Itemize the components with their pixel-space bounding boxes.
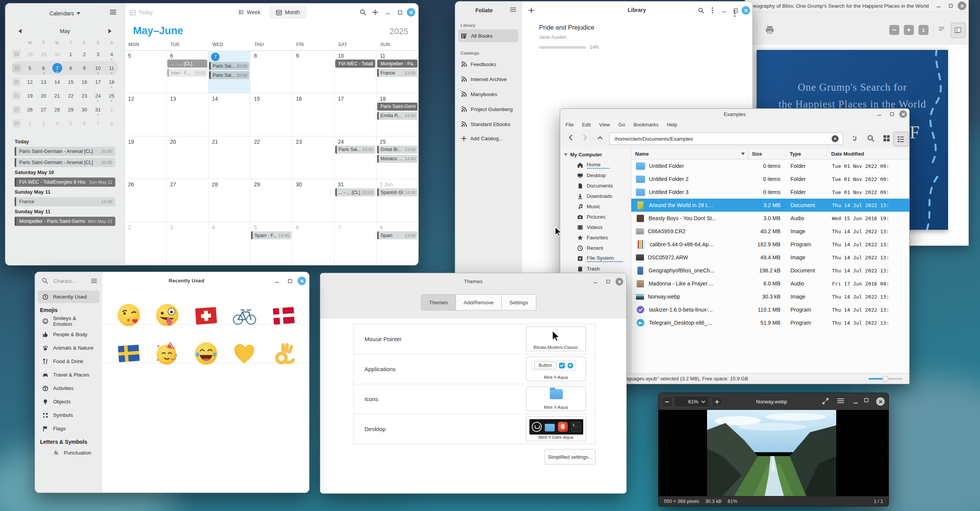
close-icon[interactable] [876, 397, 885, 406]
minimize-icon[interactable] [719, 5, 729, 15]
calendar-day-cell[interactable]: 13 [166, 93, 208, 136]
mini-day[interactable]: 12 [23, 75, 37, 89]
calendar-event[interactable]: Paris Sai... 20:00 [335, 146, 375, 154]
sidebar-place-item[interactable]: Downloads [560, 191, 631, 201]
mini-day[interactable]: 28 [23, 47, 37, 61]
mini-day[interactable]: 2 [23, 116, 37, 130]
mini-day[interactable]: 4 [50, 116, 64, 130]
file-row[interactable]: GeographyofBliss_oneCh... 198.2 kB Docum… [631, 264, 909, 277]
minimize-icon[interactable] [590, 277, 601, 287]
calendars-dropdown[interactable]: Calendars [50, 10, 81, 17]
maximize-icon[interactable] [864, 398, 869, 402]
mini-day[interactable]: 28 [50, 103, 64, 116]
mini-day[interactable]: 13 [37, 75, 50, 89]
file-row[interactable]: Beasty Boys - You Dont St... 3.0 MB Audi… [631, 212, 909, 225]
zoom-out-icon[interactable] [662, 397, 672, 407]
zoom-in-icon[interactable] [712, 397, 722, 407]
list-view-icon[interactable] [893, 132, 908, 146]
mini-day[interactable]: 19 [23, 89, 37, 103]
mini-day[interactable]: 15 [64, 75, 77, 89]
calendar-event[interactable]: ... - ... [CL] 20:00 [335, 188, 375, 196]
forward-icon[interactable] [583, 134, 587, 141]
menu-item[interactable]: View [599, 122, 610, 128]
mini-day[interactable]: 6 [37, 61, 50, 75]
close-icon[interactable] [616, 278, 623, 285]
agenda-event[interactable]: Paris Saint-Germain - Arsenal [CL] 20:00 [15, 147, 115, 156]
column-name[interactable]: Name [631, 149, 748, 159]
menu-item[interactable]: File [566, 122, 574, 128]
calendar-day-cell[interactable]: 20 [166, 136, 208, 179]
calendar-day-cell[interactable]: 14 [208, 93, 250, 136]
calendar-day-cell[interactable]: 23 [293, 136, 334, 179]
calendar-day-cell[interactable]: 11 Montpellier - Pa... France [376, 50, 418, 93]
maximize-icon[interactable] [394, 7, 405, 17]
mini-day[interactable]: 23 [78, 89, 91, 103]
agenda-event[interactable]: France 13:00 [15, 197, 115, 206]
mini-day[interactable]: 7 [50, 61, 64, 75]
mini-day[interactable]: 30 [50, 47, 64, 61]
zoom-level-dropdown[interactable]: 61% [674, 396, 709, 407]
calendar-day-cell[interactable]: 27 [166, 179, 208, 222]
calendar-day-cell[interactable]: 22 [250, 136, 292, 179]
calendar-day-cell[interactable]: 8 Spain 13:00 [376, 222, 418, 265]
close-icon[interactable] [958, 2, 966, 10]
sidebar-item-all-books[interactable]: All Books [458, 29, 518, 42]
category-item[interactable]: Animals & Nature [38, 342, 100, 354]
emoji-zany-face[interactable] [155, 302, 180, 328]
simplified-settings-button[interactable]: Simplified settings... [545, 449, 596, 465]
zoom-out-icon[interactable] [889, 25, 899, 35]
maximize-icon[interactable] [603, 277, 614, 287]
emoji-yellow-heart[interactable] [232, 341, 257, 366]
calendar-day-cell[interactable]: 5 Spain - F... 19:45 [250, 222, 292, 265]
maximize-icon[interactable] [285, 276, 295, 286]
mini-day[interactable]: 21 [50, 89, 64, 103]
calendar-event[interactable]: ... - ... [CL] [167, 60, 207, 68]
zoom-slider[interactable] [869, 376, 902, 382]
mini-day[interactable]: 26 [23, 103, 37, 116]
agenda-event[interactable]: Montpellier - Paris Saint-Germain Mon Ma… [15, 217, 115, 226]
menu-item[interactable]: Go [618, 122, 625, 128]
sidebar-place-item[interactable]: Desktop [560, 170, 631, 181]
calendar-event[interactable]: Spain - F... 19:45 [251, 231, 291, 239]
category-item[interactable]: Objects [38, 395, 100, 408]
sidebar-place-item[interactable]: Videos [560, 222, 631, 232]
mini-day[interactable]: 5 [64, 116, 77, 130]
catalog-item[interactable]: Feedbooks [458, 57, 518, 71]
reader-titlebar[interactable]: The Geography of Bliss: One Grump's Sear… [745, 0, 968, 12]
calendar-day-cell[interactable]: 19 [125, 136, 166, 179]
zoom-in-icon[interactable] [904, 25, 914, 35]
category-item[interactable]: People & Body [38, 328, 100, 341]
calendar-day-cell[interactable]: 5 [125, 50, 166, 93]
close-icon[interactable] [298, 277, 306, 285]
viewer-titlebar[interactable]: 61% Norway.webp [659, 393, 888, 410]
category-item[interactable]: Smileys & Emotion [38, 315, 100, 327]
mini-day[interactable]: 1 [64, 47, 77, 61]
emoji-flag-sweden[interactable] [116, 341, 141, 366]
menu-icon[interactable] [510, 7, 516, 12]
sidebar-place-item[interactable]: Recent [560, 243, 631, 253]
category-item[interactable]: Recently Used [38, 290, 100, 303]
mini-day[interactable]: 8 [105, 116, 118, 130]
calendar-day-cell[interactable]: 25 Great Br... 13:00 Monaco ... [376, 136, 418, 179]
week-view-button[interactable]: Week [238, 9, 261, 15]
toggle-location-entry-icon[interactable] [852, 135, 859, 142]
calendar-event[interactable]: Emilia R... 14:00 [377, 112, 418, 120]
close-icon[interactable] [407, 8, 415, 17]
book-list-item[interactable]: Pride and Prejudice Jane Austen 14% [539, 24, 745, 50]
today-button[interactable]: Today [130, 9, 153, 15]
file-row[interactable]: Telegram_Desktop-x86_... 51.9 MB Program… [631, 316, 909, 329]
emoji-face-blowing-a-kiss[interactable] [116, 302, 141, 328]
minimize-icon[interactable] [874, 109, 885, 119]
mini-day[interactable]: 14 [50, 75, 64, 89]
file-row[interactable]: Untitled Folder 0 items Folder Tue 01 No… [631, 159, 909, 173]
calendar-day-cell[interactable]: 8 [250, 50, 292, 93]
mini-day[interactable]: 8 [64, 61, 77, 75]
calendar-day-cell[interactable]: 18 Paris Saint-Germ... Emilia R... [376, 93, 418, 136]
mini-day[interactable]: 30 [78, 103, 91, 116]
mini-day[interactable]: 5 [23, 61, 37, 75]
search-icon[interactable] [695, 5, 706, 15]
file-row[interactable]: Norway.webp 30.3 kB Image Thu 14 Jul 202… [631, 290, 909, 303]
mini-day[interactable]: 27 [37, 103, 50, 116]
theme-preview-button[interactable]: Mint-Y-Dark-Aqua [526, 416, 586, 441]
column-size[interactable]: Size [748, 149, 786, 159]
